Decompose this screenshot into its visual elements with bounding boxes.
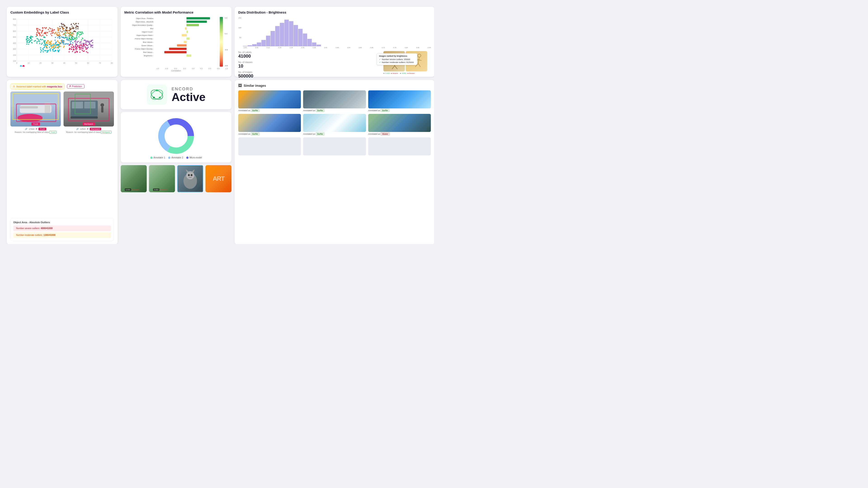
surfer-tag-5: Surfer (316, 132, 324, 135)
annotator1-dot (150, 157, 153, 159)
p-icon-1: P (36, 128, 37, 130)
metric-bar (186, 24, 199, 26)
metric-bar (186, 21, 207, 23)
scatter-canvas (10, 17, 114, 67)
svg-line-11 (418, 64, 421, 67)
svg-rect-23 (101, 107, 103, 112)
scale-label-04: 0.4 (225, 33, 228, 35)
train-id-row: 🔗 12543 P Backpack (64, 128, 114, 130)
airplane-id: 17344 (29, 128, 34, 130)
strip-img-2: ✓ 0.022 ● Severe (149, 165, 175, 192)
metric-bar (182, 34, 186, 36)
sim-img-9-faded (368, 137, 431, 156)
logo-icon-box (147, 85, 167, 105)
severe-outlier: Number severe outliers: 4000/41000 (13, 225, 111, 231)
metric-bar (186, 37, 190, 40)
train-image: Backpack (64, 92, 114, 127)
metric-row-label: Object Annotation Quality - (124, 24, 155, 26)
backpack-class-tag: Backpack (101, 131, 112, 134)
sim-img-item-4: Annotated as Surfer (238, 114, 301, 135)
scatter-title: Custom Embeddings by Label Class (10, 10, 114, 14)
similar-images-card: 🖼 Similar images Annotated as Surfer Ann… (235, 80, 434, 244)
metric-bar (164, 51, 186, 53)
backpack-label-badge: Backpack (83, 123, 95, 126)
metric-row: Object Count - (124, 31, 218, 33)
svg-point-22 (101, 103, 104, 107)
metric-bar-area (155, 17, 218, 20)
metric-row-label: Frame Object Density - (124, 38, 155, 40)
metric-bar (169, 48, 186, 50)
metric-row: Brightness - (124, 54, 218, 57)
svg-line-7 (418, 57, 419, 64)
logo-card: ENCORD Active (121, 80, 231, 109)
surfer-tag-4: Surfer (251, 132, 260, 135)
y-label-150: 150 (238, 17, 241, 19)
sim-ann-2: Annotated as Surfer (303, 109, 366, 111)
svg-point-28 (153, 97, 155, 98)
annotator2-dot (168, 157, 170, 159)
y-label-100: 100 (238, 27, 241, 29)
colorscale-bar (220, 17, 223, 67)
y-label-50: 50 (238, 37, 241, 39)
svg-line-5 (395, 66, 397, 69)
svg-rect-16 (18, 116, 42, 120)
metric-bar-area (155, 44, 218, 47)
metric-row: Green Values - (124, 44, 218, 47)
scale-label-08: 0.8 (225, 17, 228, 19)
correlation-x-axis: -1.0-0.8-0.4-0.20.00.20.40.81.0 (124, 68, 228, 70)
severe-label: Number severe outliers: (16, 227, 40, 230)
outlier-title: Object Area - Absolute Outliers (13, 221, 111, 224)
sim-ann-3: Annotated as Surfer (368, 109, 431, 111)
no-of-labels-label: No. of Labels (238, 51, 381, 54)
truck-label-badge: Truck (31, 123, 40, 126)
metric-bar-area (155, 31, 218, 33)
tooltip-outlier1: Number severe outliers: 3/5000 (382, 58, 410, 61)
error-images-row: Truck 🔗 17344 P Truck Reason: No overlap… (10, 92, 114, 215)
sim-img-3 (368, 90, 431, 108)
metric-row-label: Object Aspect Ratio - (124, 34, 155, 36)
metric-bar-area (155, 51, 218, 54)
sim-ann-4: Annotated as Surfer (238, 133, 301, 135)
svg-point-6 (418, 54, 421, 57)
metric-row: Frame Object Density - (124, 47, 218, 50)
donut-card: Annotator 1 Annotator 2 Micro-model (121, 112, 231, 162)
compass-icon: 🔗 (25, 128, 27, 130)
prediction-label: Prediction (72, 85, 82, 88)
metric-row-label: Frame Object Density - (124, 48, 155, 50)
backpack-badge: Backpack (90, 128, 101, 130)
train-svg-icon (64, 92, 114, 127)
sim-img-item-1: Annotated as Surfer (238, 90, 301, 111)
warning-text: Incorrect label marked with magenta box (17, 85, 62, 88)
surfer-tag-3: Surfer (381, 109, 390, 112)
svg-point-27 (156, 90, 158, 91)
encord-logo-svg-icon (149, 87, 165, 103)
metric-row: Blur (124, 27, 218, 30)
donut-legend: Annotator 1 Annotator 2 Micro-model (150, 156, 202, 159)
similar-images-title: Similar images (244, 84, 266, 88)
strip-img-3 (177, 165, 203, 192)
metric-bar (186, 17, 210, 20)
micromodel-dot (186, 157, 188, 159)
sim-img-item-9 (368, 137, 431, 156)
images-grid-icon: 🖼 (238, 84, 242, 88)
center-column: ENCORD Active Annotator 1 Annotato (121, 80, 231, 244)
graffiti-placeholder: ART (213, 175, 224, 182)
truck-badge: Truck (38, 128, 46, 130)
similar-images-header: 🖼 Similar images (238, 84, 431, 88)
no-of-labels-block: No. of Labels 41000 (238, 51, 381, 59)
metric-bar-area (155, 34, 218, 37)
no-of-images-label: No. of images (238, 71, 381, 73)
truck-class-tag: Truck (49, 131, 57, 134)
svg-rect-13 (45, 103, 51, 113)
warning-triangle-icon: ⚠ (13, 85, 15, 88)
metric-row-label: Object Area - Absolute (124, 21, 155, 23)
strip-images-row: ✓ 0.022 ● Severe ✓ 0.022 ● Severe (121, 165, 231, 192)
svg-point-30 (161, 92, 162, 94)
metric-row: Blue Values - (124, 41, 218, 43)
histogram-canvas (243, 17, 322, 46)
svg-point-29 (159, 97, 161, 98)
airplane-svg-icon (10, 92, 61, 127)
hist-x-labels: 0.000.060.120.180.240.300.360.420.480.54… (238, 47, 431, 48)
donut-chart (156, 116, 196, 156)
sim-img-2 (303, 90, 366, 108)
